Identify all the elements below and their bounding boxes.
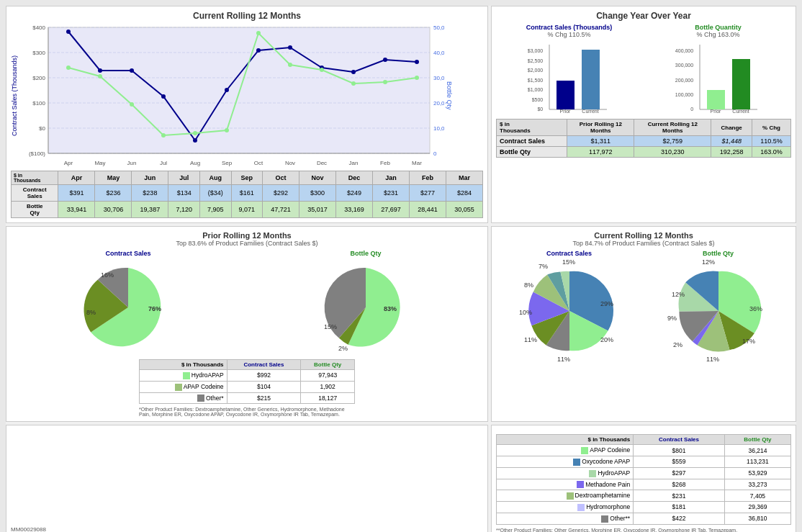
- svg-text:10,000: 10,000: [433, 125, 444, 132]
- svg-point-52: [351, 81, 356, 86]
- report-id: MM00029088: [11, 526, 483, 533]
- yoy-bottle-qty-chart: Bottle Quantity % Chg 163.0% 400,000 300…: [645, 24, 791, 116]
- col-dec: Dec: [336, 171, 373, 185]
- yoy-bq-sublabel: % Chg 163.0%: [645, 31, 791, 38]
- bq-sep: 9,071: [231, 202, 263, 218]
- cs-nov: $300: [299, 185, 336, 202]
- bottle-qty-label: BottleQty: [12, 202, 58, 218]
- current-cs-label: Contract Sales: [508, 250, 631, 257]
- yoy-bq-label: Bottle Quantity: [645, 24, 791, 31]
- svg-text:11%: 11%: [706, 356, 719, 363]
- svg-text:15%: 15%: [324, 323, 337, 330]
- svg-text:11%: 11%: [524, 336, 537, 343]
- svg-text:Dec: Dec: [317, 160, 327, 166]
- yoy-bq-pct: 163.0%: [752, 147, 791, 158]
- yoy-cs-bar-svg: Prior Current: [546, 41, 610, 113]
- top-right-section: Change Year Over Year Contract Sales (Th…: [491, 6, 796, 223]
- prior-th-cs: Contract Sales: [227, 360, 301, 370]
- col-mar: Mar: [446, 171, 482, 185]
- svg-text:$400: $400: [32, 24, 45, 31]
- svg-text:40,000: 40,000: [433, 50, 444, 56]
- current-footnote: **Other Product Families: Other Generics…: [496, 528, 770, 533]
- current-detail-table: $ in Thousands Contract Sales Bottle Qty…: [496, 434, 791, 524]
- cs-mar: $284: [446, 185, 482, 202]
- prior-bq-label: Bottle Qty: [308, 250, 423, 257]
- svg-text:$300: $300: [32, 50, 45, 56]
- curr-th-label: $ in Thousands: [497, 435, 634, 445]
- svg-point-49: [256, 31, 261, 35]
- bq-may: 30,706: [95, 202, 132, 218]
- bq-mar: 30,055: [446, 202, 482, 218]
- svg-point-47: [193, 131, 197, 135]
- svg-text:8%: 8%: [86, 309, 96, 316]
- col-may: May: [95, 171, 132, 185]
- svg-text:50,000: 50,000: [433, 24, 444, 31]
- list-item: HydroAPAP $297 53,929: [497, 467, 791, 479]
- yoy-th-current: Current Rolling 12Months: [634, 120, 711, 136]
- table-header-label: $ inThousands: [12, 171, 58, 185]
- yoy-bq-bar-svg: Prior Current: [696, 41, 761, 113]
- svg-text:83%: 83%: [384, 305, 397, 312]
- cs-jun: $238: [132, 185, 168, 202]
- svg-point-41: [383, 58, 387, 62]
- top-left-section: Current Rolling 12 Months Contract Sales…: [6, 6, 488, 223]
- svg-text:2%: 2%: [673, 341, 682, 348]
- top-left-title: Current Rolling 12 Months: [11, 11, 483, 21]
- svg-point-42: [415, 60, 419, 64]
- cs-sep: $161: [231, 185, 263, 202]
- list-item: Dextroamphetamine $231 7,405: [497, 490, 791, 502]
- cs-oct: $292: [263, 185, 299, 202]
- svg-point-50: [288, 63, 292, 67]
- current-bq-pie: Bottle Qty: [657, 250, 780, 366]
- svg-text:29%: 29%: [600, 300, 613, 307]
- svg-point-31: [66, 30, 71, 34]
- svg-text:Oct: Oct: [254, 160, 263, 166]
- col-oct: Oct: [263, 171, 299, 185]
- yoy-th-prior: Prior Rolling 12Months: [567, 120, 634, 136]
- svg-text:30,000: 30,000: [433, 75, 444, 81]
- svg-point-35: [193, 138, 197, 143]
- current-cs-pie: Contract Sales: [508, 250, 631, 366]
- svg-text:11%: 11%: [557, 356, 570, 363]
- cs-dec: $249: [336, 185, 373, 202]
- svg-text:12%: 12%: [702, 258, 715, 266]
- svg-rect-66: [732, 59, 750, 109]
- svg-text:Sep: Sep: [222, 160, 233, 166]
- list-item: APAP Codeine $104 1,902: [140, 381, 355, 392]
- list-item: Methadone Pain $268 33,273: [497, 479, 791, 490]
- svg-text:$200: $200: [32, 75, 45, 81]
- col-nov: Nov: [299, 171, 336, 185]
- col-jun: Jun: [132, 171, 168, 185]
- prior-cs-label: Contract Sales: [71, 250, 186, 257]
- list-item: Hydromorphone $181 29,369: [497, 502, 791, 513]
- svg-text:2%: 2%: [338, 345, 348, 352]
- svg-text:May: May: [94, 160, 105, 166]
- yoy-cs-change: $1,448: [711, 136, 752, 147]
- svg-point-44: [98, 74, 102, 78]
- svg-text:36%: 36%: [749, 305, 762, 312]
- contract-sales-label: ContractSales: [12, 185, 58, 202]
- bq-oct: 47,721: [263, 202, 299, 218]
- svg-point-36: [225, 88, 229, 92]
- svg-point-37: [256, 48, 261, 53]
- svg-point-32: [98, 68, 102, 73]
- yoy-cs-label: Contract Sales (Thousands): [496, 24, 642, 31]
- col-sep: Sep: [231, 171, 263, 185]
- svg-text:Nov: Nov: [285, 160, 295, 166]
- svg-text:17%: 17%: [742, 338, 755, 345]
- svg-text:Apr: Apr: [64, 160, 73, 166]
- top-right-title: Change Year Over Year: [496, 11, 791, 21]
- svg-text:Jun: Jun: [127, 160, 137, 166]
- yoy-bq-row-label: Bottle Qty: [497, 147, 567, 158]
- bq-apr: 33,941: [58, 202, 95, 218]
- cs-apr: $391: [58, 185, 95, 202]
- prior-th-label: $ in Thousands: [140, 360, 227, 370]
- list-item: Other* $215 18,127: [140, 392, 355, 404]
- svg-point-54: [415, 76, 419, 80]
- svg-text:Feb: Feb: [380, 160, 390, 166]
- prior-bq-pie: Bottle Qty 83% 2% 15%: [308, 250, 423, 359]
- svg-text:12%: 12%: [672, 291, 685, 298]
- prior-th-bq: Bottle Qty: [301, 360, 355, 370]
- yoy-bq-prior: 117,972: [567, 147, 634, 158]
- bq-jun: 19,387: [132, 202, 168, 218]
